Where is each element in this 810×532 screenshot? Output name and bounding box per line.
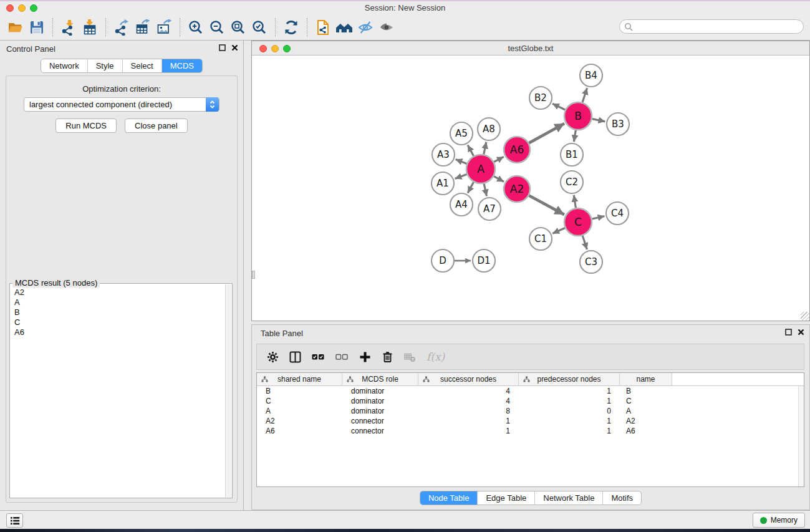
graph-edge-B-B1[interactable]: [574, 130, 576, 142]
float-panel-icon[interactable]: [785, 329, 792, 336]
create-column-icon[interactable]: [359, 351, 371, 363]
table-row[interactable]: A2connector11A2: [257, 416, 804, 426]
column-header-name[interactable]: name: [620, 373, 672, 385]
graph-node-C4[interactable]: C4: [606, 202, 629, 225]
graph-edge-C-C1[interactable]: [552, 228, 565, 233]
network-graph[interactable]: AA1A3A4A5A7A8A6A2BB1B2B3B4CC1C2C3C4DD1: [252, 56, 809, 321]
window-resize-grip[interactable]: [801, 312, 809, 321]
zoom-in-button[interactable]: [185, 17, 206, 38]
graph-node-A6[interactable]: A6: [504, 137, 530, 163]
graph-edge-B-B4[interactable]: [582, 88, 587, 102]
graph-node-C[interactable]: C: [564, 208, 592, 236]
graph-edge-A-A2[interactable]: [494, 177, 504, 182]
settings-gear-icon[interactable]: [267, 351, 279, 363]
graph-edge-C-C3[interactable]: [582, 236, 587, 249]
graph-node-B4[interactable]: B4: [580, 64, 602, 87]
export-table-button[interactable]: [132, 17, 153, 38]
graph-edge-A-A3[interactable]: [456, 160, 467, 164]
column-header-successor-nodes[interactable]: successor nodes: [418, 373, 519, 385]
graph-edge-A-A6[interactable]: [494, 157, 504, 162]
column-header-MCDS-role[interactable]: MCDS role: [342, 373, 418, 385]
graph-edge-A-A5[interactable]: [468, 145, 474, 155]
graph-node-B3[interactable]: B3: [607, 113, 629, 135]
task-history-button[interactable]: [6, 513, 23, 528]
graph-edge-A-A8[interactable]: [484, 142, 486, 155]
run-mcds-button[interactable]: Run MCDS: [55, 118, 117, 133]
network-close-button[interactable]: [259, 45, 267, 52]
tab-style[interactable]: Style: [87, 59, 122, 72]
close-panel-icon[interactable]: [798, 329, 804, 336]
graph-node-C3[interactable]: C3: [580, 251, 602, 273]
graph-node-D1[interactable]: D1: [473, 249, 495, 272]
network-minimize-button[interactable]: [271, 45, 279, 52]
tab-network-table[interactable]: Network Table: [534, 491, 602, 505]
tab-select[interactable]: Select: [122, 59, 162, 72]
mcds-result-list[interactable]: A2ABCA6: [11, 288, 224, 497]
column-header-predecessor-nodes[interactable]: predecessor nodes: [519, 373, 620, 385]
graph-node-A4[interactable]: A4: [450, 193, 473, 216]
function-builder-icon[interactable]: f(x): [427, 351, 445, 363]
graph-edge-A-A7[interactable]: [484, 183, 486, 196]
tab-network[interactable]: Network: [41, 59, 87, 72]
tab-motifs[interactable]: Motifs: [602, 491, 641, 505]
graph-edge-A-A4[interactable]: [468, 182, 474, 193]
deselect-all-columns-icon[interactable]: [335, 351, 349, 363]
open-session-file-button[interactable]: [312, 17, 334, 38]
graph-edge-C-C4[interactable]: [592, 216, 604, 219]
graph-edge-A6-B[interactable]: [529, 123, 564, 143]
export-image-button[interactable]: [153, 17, 175, 38]
result-list-item[interactable]: B: [11, 307, 224, 317]
import-network-button[interactable]: [58, 17, 79, 38]
tab-edge-table[interactable]: Edge Table: [477, 491, 534, 505]
result-list-item[interactable]: A6: [11, 327, 224, 337]
graph-node-B1[interactable]: B1: [561, 143, 583, 166]
zoom-selected-button[interactable]: [249, 17, 270, 38]
graph-edge-A-A1[interactable]: [455, 174, 467, 178]
import-table-button[interactable]: [79, 17, 100, 38]
graph-node-A[interactable]: A: [466, 155, 495, 183]
graph-edge-B-B2[interactable]: [552, 104, 565, 110]
result-list-item[interactable]: A2: [11, 288, 224, 297]
table-row[interactable]: Adominator80A: [257, 406, 804, 416]
result-list-item[interactable]: A: [11, 297, 224, 307]
search-box[interactable]: [619, 19, 804, 34]
table-scrollbar[interactable]: [798, 386, 804, 486]
select-all-columns-icon[interactable]: [312, 351, 325, 363]
network-zoom-button[interactable]: [283, 45, 291, 52]
node-table[interactable]: shared nameMCDS rolesuccessor nodesprede…: [256, 372, 804, 487]
open-session-button[interactable]: [5, 17, 26, 38]
close-window-button[interactable]: [6, 4, 14, 12]
home-view-button[interactable]: [334, 17, 355, 38]
graph-edge-A2-C[interactable]: [529, 195, 564, 215]
graph-node-B[interactable]: B: [564, 102, 592, 130]
float-panel-icon[interactable]: [219, 44, 226, 51]
graph-node-D[interactable]: D: [432, 249, 454, 272]
close-panel-icon[interactable]: [231, 44, 238, 51]
network-canvas[interactable]: AA1A3A4A5A7A8A6A2BB1B2B3B4CC1C2C3C4DD1: [252, 56, 809, 321]
result-list-scrollbar[interactable]: [225, 284, 231, 497]
tab-mcds[interactable]: MCDS: [162, 59, 202, 72]
minimize-window-button[interactable]: [18, 4, 26, 12]
graph-node-A2[interactable]: A2: [504, 176, 530, 202]
delete-column-icon[interactable]: [382, 351, 393, 363]
save-session-button[interactable]: [26, 17, 47, 38]
criterion-select[interactable]: largest connected component (directed): [24, 97, 219, 112]
result-list-item[interactable]: C: [11, 317, 224, 327]
column-view-icon[interactable]: [289, 351, 301, 363]
table-row[interactable]: Bdominator41B: [257, 386, 804, 396]
export-network-button[interactable]: [111, 17, 132, 38]
column-header-shared-name[interactable]: shared name: [257, 373, 342, 385]
graph-node-A1[interactable]: A1: [432, 172, 454, 195]
show-panels-button[interactable]: [376, 17, 397, 38]
close-panel-button[interactable]: Close panel: [125, 118, 188, 133]
graph-edge-B-B3[interactable]: [592, 119, 605, 122]
hide-panels-button[interactable]: [355, 17, 376, 38]
apply-layout-button[interactable]: [281, 17, 302, 38]
graph-node-C2[interactable]: C2: [561, 171, 583, 193]
delete-table-icon[interactable]: [404, 352, 416, 362]
graph-edge-C-C2[interactable]: [574, 195, 576, 208]
graph-node-A7[interactable]: A7: [478, 198, 501, 220]
zoom-out-button[interactable]: [206, 17, 228, 38]
graph-node-A5[interactable]: A5: [450, 122, 473, 145]
memory-button[interactable]: Memory: [753, 513, 805, 528]
